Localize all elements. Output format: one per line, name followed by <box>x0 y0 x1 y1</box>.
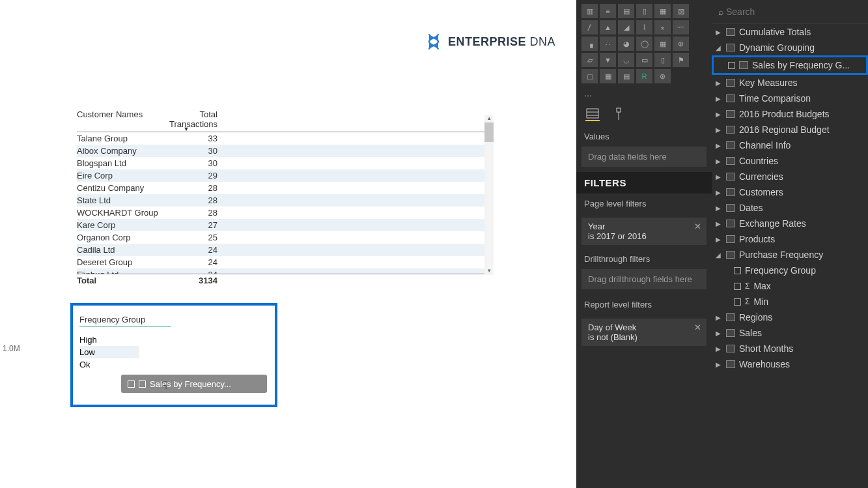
area-chart-icon[interactable]: ▲ <box>600 20 616 35</box>
tree-currencies[interactable]: ▶Currencies <box>712 169 868 184</box>
col-total-transactions[interactable]: Total Transactions▼ <box>155 109 217 129</box>
tree-time-comparison[interactable]: ▶Time Comparison <box>712 91 868 106</box>
table-icon <box>726 141 735 149</box>
drillthrough-label: Drillthrough filters <box>576 249 712 269</box>
checkbox-icon[interactable] <box>734 267 741 274</box>
globe-icon[interactable]: ⊛ <box>654 69 671 83</box>
multi-card-icon[interactable]: ▯ <box>654 53 671 67</box>
tree-channel-info[interactable]: ▶Channel Info <box>712 137 868 153</box>
tree-short-months[interactable]: ▶Short Months <box>712 341 868 356</box>
treemap-icon[interactable]: ▦ <box>654 36 671 51</box>
drillthrough-drop-zone[interactable]: Drag drillthrough fields here <box>581 269 707 289</box>
field-drag-tag[interactable]: Sales by Frequency... <box>121 375 267 393</box>
checkbox-icon[interactable] <box>734 298 741 306</box>
tree-pf-min[interactable]: ΣMin <box>712 294 868 309</box>
visualizations-panel: ▥ ≡ ▤ ▯ ▦ ▧ 〳 ▲ ◢ ⌇ ⌅ 〰 ▗ ∴ ◕ ◯ ▦ ⊕ ▱ ▼ … <box>576 0 712 488</box>
col-customer-names[interactable]: Customer Names <box>77 109 155 129</box>
stacked-area-icon[interactable]: ◢ <box>618 20 634 35</box>
svg-rect-3 <box>617 108 621 112</box>
values-drop-zone[interactable]: Drag data fields here <box>581 147 707 167</box>
frequency-header[interactable]: Frequency Group <box>79 315 171 327</box>
tree-products[interactable]: ▶Products <box>712 231 868 247</box>
stacked-column-icon[interactable]: ▤ <box>618 4 634 18</box>
tree-purchase-frequency[interactable]: ◢Purchase Frequency <box>712 247 868 263</box>
frequency-list: High Low Ok <box>79 334 268 371</box>
filter-title: Year <box>588 222 700 231</box>
year-filter-card[interactable]: Year is 2017 or 2016 ✕ <box>581 218 707 245</box>
card-icon[interactable]: ▭ <box>636 53 652 67</box>
dayofweek-filter-card[interactable]: Day of Week is not (Blank) ✕ <box>581 319 707 346</box>
tree-exchange-rates[interactable]: ▶Exchange Rates <box>712 216 868 231</box>
kpi-icon[interactable]: ⚑ <box>673 53 689 67</box>
tree-cumulative-totals[interactable]: ▶Cumulative Totals <box>712 24 868 40</box>
filled-map-icon[interactable]: ▱ <box>581 53 598 67</box>
format-tabs <box>576 103 712 126</box>
waterfall-icon[interactable]: ▗ <box>581 36 598 51</box>
clustered-bar-icon[interactable]: ≡ <box>600 4 616 18</box>
checkbox-icon <box>128 380 135 388</box>
table-icon <box>726 345 735 352</box>
stacked-bar-icon[interactable]: ▥ <box>581 4 598 18</box>
tree-warehouses[interactable]: ▶Warehouses <box>712 356 868 372</box>
100-stacked-column-icon[interactable]: ▧ <box>673 4 689 18</box>
matrix-icon[interactable]: ▤ <box>618 69 634 83</box>
tree-key-measures[interactable]: ▶Key Measures <box>712 75 868 91</box>
tree-dynamic-grouping[interactable]: ◢Dynamic Grouping <box>712 40 868 55</box>
table-icon <box>726 329 735 337</box>
search-icon: ⌕ <box>718 7 723 17</box>
scatter-icon[interactable]: ∴ <box>600 36 616 51</box>
line-clustered-column-icon[interactable]: ⌅ <box>654 20 671 35</box>
pie-icon[interactable]: ◕ <box>618 36 634 51</box>
tree-pf-max[interactable]: ΣMax <box>712 278 868 294</box>
line-stacked-column-icon[interactable]: ⌇ <box>636 20 652 35</box>
fields-search[interactable]: ⌕ <box>712 0 868 24</box>
slicer-icon[interactable]: ▢ <box>581 69 598 83</box>
checkbox-icon[interactable] <box>734 283 741 290</box>
funnel-icon[interactable]: ▼ <box>600 53 616 67</box>
checkbox-icon[interactable] <box>728 62 735 69</box>
table-row: Aibox Company30 <box>77 145 494 157</box>
report-canvas[interactable]: ENTERPRISE DNA 1.0M Customer Names Total… <box>0 0 576 488</box>
table-icon[interactable]: ▦ <box>600 69 616 83</box>
100-stacked-bar-icon[interactable]: ▦ <box>654 4 671 18</box>
freq-item-high[interactable]: High <box>79 334 268 346</box>
tree-sales[interactable]: ▶Sales <box>712 325 868 341</box>
axis-label: 1.0M <box>3 344 20 353</box>
table-scrollbar[interactable]: ▴ ▾ <box>484 115 494 275</box>
tree-countries[interactable]: ▶Countries <box>712 153 868 169</box>
tree-dates[interactable]: ▶Dates <box>712 200 868 216</box>
viz-more-icon[interactable]: ··· <box>576 87 712 103</box>
tree-pf-frequency-group[interactable]: Frequency Group <box>712 263 868 278</box>
table-icon <box>726 251 735 259</box>
table-icon <box>726 313 735 321</box>
tree-regions[interactable]: ▶Regions <box>712 309 868 325</box>
customers-table[interactable]: Customer Names Total Transactions▼ Talan… <box>77 109 494 285</box>
tree-2016-regional-budget[interactable]: ▶2016 Regional Budget <box>712 122 868 137</box>
freq-item-low[interactable]: Low <box>79 346 139 358</box>
clustered-column-icon[interactable]: ▯ <box>636 4 652 18</box>
fields-tab-icon[interactable] <box>585 107 600 121</box>
donut-icon[interactable]: ◯ <box>636 36 652 51</box>
scroll-thumb[interactable] <box>484 122 494 142</box>
remove-filter-icon[interactable]: ✕ <box>694 222 701 231</box>
ribbon-icon[interactable]: 〰 <box>673 20 689 35</box>
remove-filter-icon[interactable]: ✕ <box>694 323 701 332</box>
sigma-icon: Σ <box>745 297 749 306</box>
tree-2016-product-budgets[interactable]: ▶2016 Product Budgets <box>712 106 868 122</box>
tree-sales-by-frequency[interactable]: Sales by Frequency G... <box>712 55 868 75</box>
brand-text: ENTERPRISE DNA <box>448 35 555 49</box>
scroll-up-icon[interactable]: ▴ <box>484 115 494 122</box>
map-icon[interactable]: ⊕ <box>673 36 689 51</box>
search-input[interactable] <box>723 4 861 20</box>
gauge-icon[interactable]: ◡ <box>618 53 634 67</box>
r-visual-icon[interactable]: R <box>636 69 652 83</box>
tree-customers[interactable]: ▶Customers <box>712 184 868 200</box>
svg-rect-0 <box>587 109 598 118</box>
scroll-down-icon[interactable]: ▾ <box>484 267 494 275</box>
format-tab-icon[interactable] <box>611 107 626 121</box>
freq-item-ok[interactable]: Ok <box>79 358 268 371</box>
filters-header: FILTERS <box>576 172 712 194</box>
table-icon <box>726 126 735 134</box>
table-row: State Ltd28 <box>77 194 494 207</box>
line-chart-icon[interactable]: 〳 <box>581 20 598 35</box>
